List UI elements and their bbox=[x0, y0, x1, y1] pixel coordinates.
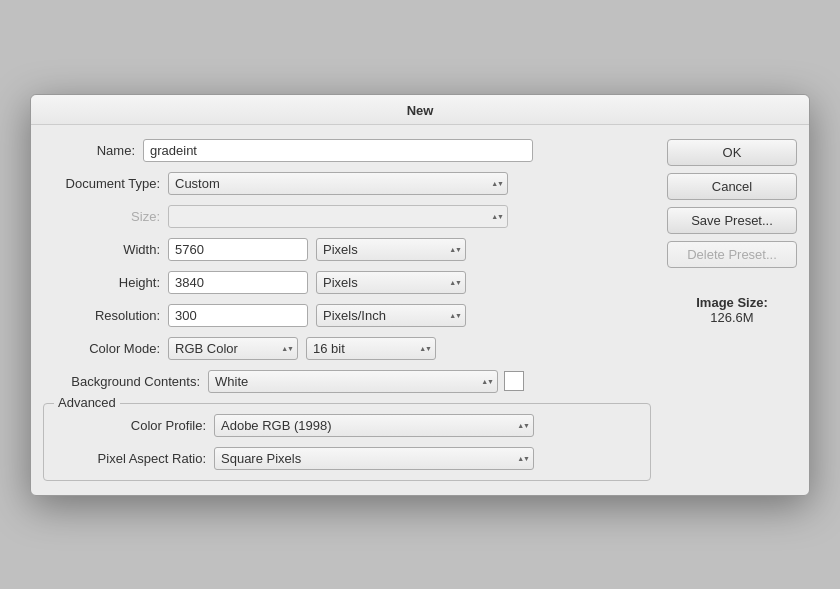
size-row: Size: bbox=[43, 205, 651, 228]
height-label: Height: bbox=[43, 275, 168, 290]
resolution-label: Resolution: bbox=[43, 308, 168, 323]
resolution-unit-wrapper: Pixels/Inch Pixels/Centimeter bbox=[316, 304, 466, 327]
width-label: Width: bbox=[43, 242, 168, 257]
dialog-title: New bbox=[31, 95, 809, 125]
colormode-row: Color Mode: Bitmap Grayscale RGB Color C… bbox=[43, 337, 651, 360]
size-select-wrapper bbox=[168, 205, 508, 228]
buttons-section: OK Cancel Save Preset... Delete Preset..… bbox=[667, 139, 797, 481]
image-size-box: Image Size: 126.6M bbox=[667, 295, 797, 325]
bgcontents-select-wrapper: White Background Color Transparent bbox=[208, 370, 498, 393]
title-text: New bbox=[407, 103, 434, 118]
height-input[interactable] bbox=[168, 271, 308, 294]
colormode-label: Color Mode: bbox=[43, 341, 168, 356]
pixelaspect-label: Pixel Aspect Ratio: bbox=[54, 451, 214, 466]
doctype-label: Document Type: bbox=[43, 176, 168, 191]
width-unit-wrapper: Pixels Inches Centimeters Millimeters Po… bbox=[316, 238, 466, 261]
height-unit-wrapper: Pixels Inches Centimeters Millimeters Po… bbox=[316, 271, 466, 294]
new-document-dialog: New Name: Document Type: Custom Default … bbox=[30, 94, 810, 496]
name-input[interactable] bbox=[143, 139, 533, 162]
image-size-value: 126.6M bbox=[667, 310, 797, 325]
advanced-group: Advanced Color Profile: Adobe RGB (1998)… bbox=[43, 403, 651, 481]
bgcontents-label: Background Contents: bbox=[43, 374, 208, 389]
colormode-select[interactable]: Bitmap Grayscale RGB Color CMYK Color La… bbox=[168, 337, 298, 360]
colorprofile-row: Color Profile: Adobe RGB (1998) sRGB IEC… bbox=[54, 414, 640, 437]
colorprofile-select-wrapper: Adobe RGB (1998) sRGB IEC61966-2.1 ProPh… bbox=[214, 414, 534, 437]
cancel-button[interactable]: Cancel bbox=[667, 173, 797, 200]
bgcontents-row: Background Contents: White Background Co… bbox=[43, 370, 651, 393]
save-preset-button[interactable]: Save Preset... bbox=[667, 207, 797, 234]
resolution-input[interactable] bbox=[168, 304, 308, 327]
size-label: Size: bbox=[43, 209, 168, 224]
width-input[interactable] bbox=[168, 238, 308, 261]
pixelaspect-select[interactable]: Square Pixels D1/DV NTSC (0.91) D1/DV PA… bbox=[214, 447, 534, 470]
doctype-select[interactable]: Custom Default Photoshop Size Letter Leg… bbox=[168, 172, 508, 195]
delete-preset-button[interactable]: Delete Preset... bbox=[667, 241, 797, 268]
resolution-unit-select[interactable]: Pixels/Inch Pixels/Centimeter bbox=[316, 304, 466, 327]
colormode-select-wrapper: Bitmap Grayscale RGB Color CMYK Color La… bbox=[168, 337, 298, 360]
size-select[interactable] bbox=[168, 205, 508, 228]
height-unit-select[interactable]: Pixels Inches Centimeters Millimeters Po… bbox=[316, 271, 466, 294]
pixelaspect-row: Pixel Aspect Ratio: Square Pixels D1/DV … bbox=[54, 447, 640, 470]
name-label: Name: bbox=[43, 143, 143, 158]
colordepth-select-wrapper: 8 bit 16 bit 32 bit bbox=[306, 337, 436, 360]
image-size-label: Image Size: bbox=[667, 295, 797, 310]
pixelaspect-select-wrapper: Square Pixels D1/DV NTSC (0.91) D1/DV PA… bbox=[214, 447, 534, 470]
height-row: Height: Pixels Inches Centimeters Millim… bbox=[43, 271, 651, 294]
width-row: Width: Pixels Inches Centimeters Millime… bbox=[43, 238, 651, 261]
colorprofile-label: Color Profile: bbox=[54, 418, 214, 433]
ok-button[interactable]: OK bbox=[667, 139, 797, 166]
colordepth-select[interactable]: 8 bit 16 bit 32 bit bbox=[306, 337, 436, 360]
doctype-row: Document Type: Custom Default Photoshop … bbox=[43, 172, 651, 195]
advanced-legend: Advanced bbox=[54, 395, 120, 410]
width-unit-select[interactable]: Pixels Inches Centimeters Millimeters Po… bbox=[316, 238, 466, 261]
doctype-select-wrapper: Custom Default Photoshop Size Letter Leg… bbox=[168, 172, 508, 195]
bgcontents-select[interactable]: White Background Color Transparent bbox=[208, 370, 498, 393]
name-row: Name: bbox=[43, 139, 651, 162]
resolution-row: Resolution: Pixels/Inch Pixels/Centimete… bbox=[43, 304, 651, 327]
bg-color-swatch[interactable] bbox=[504, 371, 524, 391]
colorprofile-select[interactable]: Adobe RGB (1998) sRGB IEC61966-2.1 ProPh… bbox=[214, 414, 534, 437]
